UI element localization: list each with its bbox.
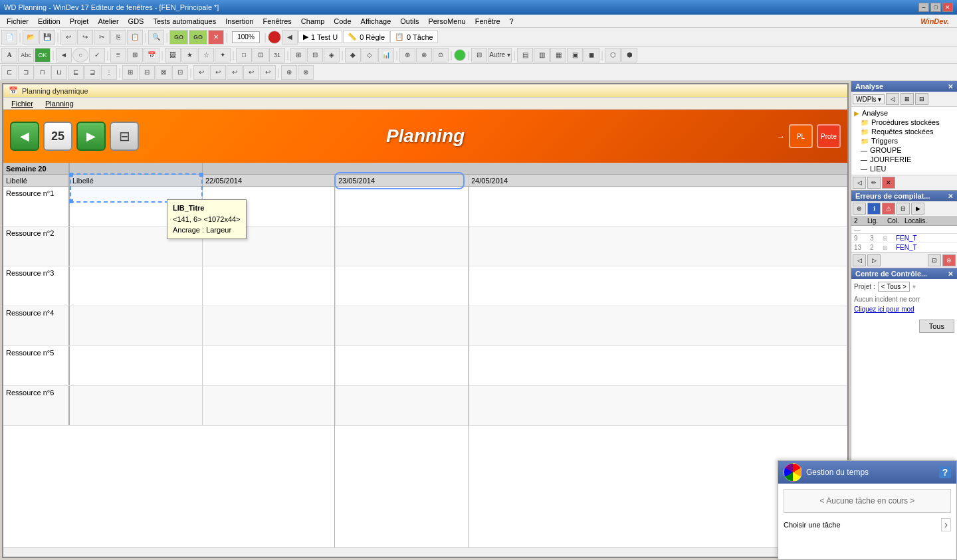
err-tb-b1[interactable]: ⊕ bbox=[853, 203, 866, 215]
tree-triggers[interactable]: 📁 Triggers bbox=[853, 136, 956, 145]
err-b4[interactable]: ⊗ bbox=[942, 254, 956, 266]
tb2-b7[interactable]: ◇ bbox=[362, 48, 377, 62]
tb3-undo2[interactable]: ↩ bbox=[210, 65, 226, 80]
tb3-b3[interactable]: ⊓ bbox=[35, 65, 51, 80]
zoom-input[interactable]: 100% bbox=[232, 31, 260, 43]
tb2-b10[interactable]: ⊙ bbox=[433, 48, 449, 62]
tb2-b14[interactable]: ▦ bbox=[550, 48, 566, 62]
nav-date-btn[interactable]: 25 bbox=[43, 122, 72, 151]
tb2-b3[interactable]: ⊞ bbox=[290, 48, 306, 62]
menu-champ[interactable]: Champ bbox=[297, 16, 328, 27]
tb3-undo[interactable]: ↩ bbox=[193, 65, 209, 80]
err-tb-b3[interactable]: ⚠ bbox=[882, 203, 895, 215]
maximize-btn[interactable]: □ bbox=[930, 3, 941, 12]
tb2-calendar[interactable]: 📅 bbox=[144, 48, 160, 62]
menu-affichage[interactable]: Affichage bbox=[357, 16, 395, 27]
tb2-a[interactable]: A bbox=[1, 48, 17, 62]
tb2-circle[interactable]: ○ bbox=[72, 48, 88, 62]
analyse-b1[interactable]: ◁ bbox=[853, 177, 866, 189]
menu-code[interactable]: Code bbox=[330, 16, 355, 27]
tb2-b11[interactable]: ⊟ bbox=[471, 48, 487, 62]
tb2-num31[interactable]: 31 bbox=[269, 48, 285, 62]
analyse-close-btn[interactable]: ✕ bbox=[948, 83, 953, 90]
tb2-grid[interactable]: ⊞ bbox=[127, 48, 143, 62]
tb2-list[interactable]: ≡ bbox=[110, 48, 126, 62]
menu-fenetre[interactable]: Fenêtre bbox=[471, 16, 504, 27]
tb-undo[interactable]: ↩ bbox=[60, 30, 76, 45]
tb2-b4[interactable]: ⊟ bbox=[307, 48, 323, 62]
tb-find[interactable]: 🔍 bbox=[148, 30, 164, 45]
tb2-b16[interactable]: ◼ bbox=[584, 48, 599, 62]
menu-persomenu[interactable]: PersoMenu bbox=[424, 16, 469, 27]
menu-atelier[interactable]: Atelier bbox=[94, 16, 122, 27]
tb3-undo5[interactable]: ↩ bbox=[260, 65, 276, 80]
err-b2[interactable]: ▷ bbox=[867, 254, 881, 266]
tb2-b5[interactable]: ◈ bbox=[324, 48, 340, 62]
tb2-star[interactable]: ★ bbox=[181, 48, 197, 62]
nav-scanner-btn[interactable]: ⊟ bbox=[110, 122, 139, 151]
inner-menu-fichier[interactable]: Fichier bbox=[6, 99, 39, 108]
analyse-b3[interactable]: ✕ bbox=[882, 177, 895, 189]
analyse-tb-b2[interactable]: ⊞ bbox=[901, 93, 914, 105]
cc-project-arrow[interactable]: ▾ bbox=[912, 283, 916, 290]
tb-copy[interactable]: ⎘ bbox=[110, 30, 126, 45]
grid-scroll-area[interactable]: Ressource n°1 Ressource n°2 Ressource bbox=[3, 187, 847, 547]
menu-gds[interactable]: GDS bbox=[124, 16, 148, 27]
tb2-b13[interactable]: ▥ bbox=[534, 48, 550, 62]
tb-circle-red[interactable] bbox=[268, 31, 281, 44]
tb2-b17[interactable]: ⬡ bbox=[605, 48, 621, 62]
nav-prev-btn[interactable]: ◀ bbox=[10, 122, 39, 151]
tb-run-go2[interactable]: GO bbox=[189, 30, 207, 45]
tree-analyse-root[interactable]: ▶ Analyse bbox=[853, 108, 956, 118]
tree-jourferie[interactable]: — JOURFERIE bbox=[853, 155, 956, 164]
tb2-b15[interactable]: ▣ bbox=[567, 48, 583, 62]
tb2-b18[interactable]: ⬢ bbox=[621, 48, 637, 62]
tb2-b12[interactable]: ▤ bbox=[517, 48, 533, 62]
tb3-b10[interactable]: ⊠ bbox=[156, 65, 171, 80]
tb2-green-dot[interactable] bbox=[454, 49, 466, 61]
tb3-b2[interactable]: ⊐ bbox=[18, 65, 34, 80]
tree-lieu[interactable]: — LIEU bbox=[853, 164, 956, 173]
inner-menu-planning[interactable]: Planning bbox=[40, 99, 79, 108]
err-file-2[interactable]: FEN_T bbox=[896, 244, 917, 251]
tb-new[interactable]: 📄 bbox=[1, 30, 17, 45]
menu-fenetres[interactable]: Fenêtres bbox=[259, 16, 295, 27]
tb2-star2[interactable]: ☆ bbox=[198, 48, 214, 62]
error-row-2[interactable]: 13 2 ⊞ FEN_T bbox=[851, 243, 957, 252]
wdpls-dropdown[interactable]: WDPls ▾ bbox=[853, 94, 885, 104]
analyse-tb-b3[interactable]: ⊟ bbox=[915, 93, 928, 105]
h-scrollbar[interactable] bbox=[3, 547, 847, 557]
tb2-image[interactable]: 🖼 bbox=[165, 48, 181, 62]
tree-proc-stockees[interactable]: 📁 Procédures stockées bbox=[853, 118, 956, 127]
tb2-chart[interactable]: 📊 bbox=[378, 48, 394, 62]
tb-open[interactable]: 📂 bbox=[23, 30, 39, 45]
cc-link-text[interactable]: Cliquez ici pour mod bbox=[854, 304, 954, 314]
tb3-b11[interactable]: ⊡ bbox=[172, 65, 188, 80]
gestion-arrow-btn[interactable]: › bbox=[941, 518, 951, 531]
tb2-b2[interactable]: ⊡ bbox=[253, 48, 268, 62]
tb3-b9[interactable]: ⊟ bbox=[139, 65, 155, 80]
tb3-b7[interactable]: ⋮ bbox=[101, 65, 117, 80]
cc-close-btn[interactable]: ✕ bbox=[948, 270, 953, 278]
analyse-b2[interactable]: ✏ bbox=[867, 177, 881, 189]
menu-edition[interactable]: Edition bbox=[34, 16, 64, 27]
tb-stop[interactable]: ✕ bbox=[208, 30, 224, 45]
planning-pl-btn[interactable]: PL bbox=[789, 124, 813, 148]
err-b1[interactable]: ◁ bbox=[853, 254, 866, 266]
tb2-arrow-l[interactable]: ◄ bbox=[56, 48, 72, 62]
tb2-b8[interactable]: ⊕ bbox=[399, 48, 415, 62]
tb3-b4[interactable]: ⊔ bbox=[51, 65, 67, 80]
tous-btn[interactable]: Tous bbox=[919, 320, 954, 333]
tb2-ok[interactable]: OK bbox=[35, 48, 51, 62]
menu-projet[interactable]: Projet bbox=[66, 16, 93, 27]
menu-tests[interactable]: Tests automatiques bbox=[149, 16, 220, 27]
tb2-star3[interactable]: ✦ bbox=[215, 48, 231, 62]
cc-project-select[interactable]: < Tous > bbox=[878, 282, 910, 292]
menu-insertion[interactable]: Insertion bbox=[221, 16, 257, 27]
tree-groupe[interactable]: — GROUPE bbox=[853, 145, 956, 155]
nav-next-btn[interactable]: ▶ bbox=[76, 122, 106, 151]
tb2-b1[interactable]: □ bbox=[236, 48, 252, 62]
tree-req-stockees[interactable]: 📁 Requêtes stockées bbox=[853, 127, 956, 136]
err-tb-b5[interactable]: ▶ bbox=[911, 203, 924, 215]
menu-fichier[interactable]: Fichier bbox=[3, 16, 33, 27]
